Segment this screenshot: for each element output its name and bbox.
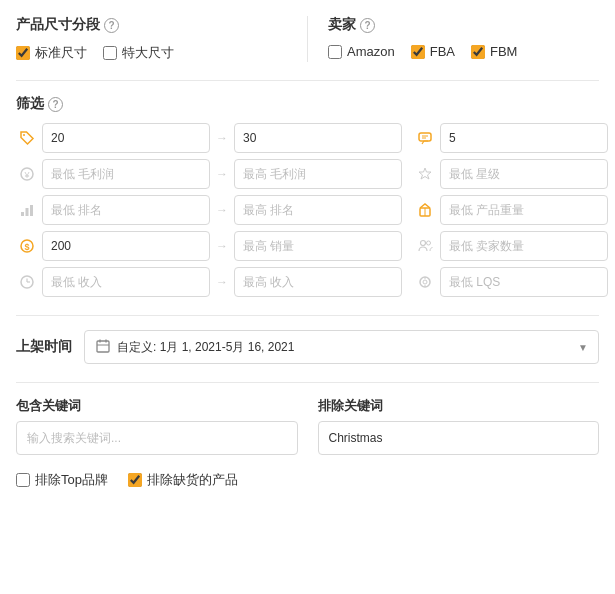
- svg-rect-4: [26, 208, 29, 216]
- svg-rect-11: [419, 133, 431, 141]
- product-size-options: 标准尺寸 特大尺寸: [16, 44, 287, 62]
- filter-help-icon[interactable]: ?: [48, 97, 63, 112]
- filter-sales-max-input[interactable]: [234, 231, 402, 261]
- filter-price-min-input[interactable]: [42, 123, 210, 153]
- price-tag-icon: [16, 130, 38, 146]
- filter-weight-min-input[interactable]: [440, 195, 608, 225]
- include-keywords-label: 包含关键词: [16, 397, 298, 415]
- clock-icon: [16, 274, 38, 290]
- filter-rank-arrow: →: [214, 203, 230, 217]
- svg-point-17: [421, 241, 426, 246]
- filter-row-lqs: →: [414, 267, 615, 297]
- filter-row-rating: →: [414, 159, 615, 189]
- divider-2: [16, 315, 599, 316]
- checkbox-oversized[interactable]: 特大尺寸: [103, 44, 174, 62]
- filter-revenue-min-input[interactable]: [42, 267, 210, 297]
- divider-3: [16, 382, 599, 383]
- filter-margin-max-input[interactable]: [234, 159, 402, 189]
- filter-rank-max-input[interactable]: [234, 195, 402, 225]
- svg-marker-14: [419, 168, 431, 179]
- people-icon: [414, 238, 436, 254]
- dollar-icon: $: [16, 238, 38, 254]
- filter-lqs-min-input[interactable]: [440, 267, 608, 297]
- filter-left-col: → ¥ →: [16, 123, 402, 297]
- filter-row-price: →: [16, 123, 402, 153]
- seller-help-icon[interactable]: ?: [360, 18, 375, 33]
- bottom-checkboxes: 排除Top品牌 排除缺货的产品: [16, 471, 599, 489]
- svg-rect-23: [97, 341, 109, 352]
- filter-reviews-min-input[interactable]: [440, 123, 608, 153]
- listing-time-label: 上架时间: [16, 338, 72, 356]
- svg-text:¥: ¥: [23, 170, 30, 180]
- product-size-title: 产品尺寸分段 ?: [16, 16, 287, 34]
- filter-margin-min-input[interactable]: [42, 159, 210, 189]
- listing-time-selector[interactable]: 自定义: 1月 1, 2021-5月 16, 2021 ▼: [84, 330, 599, 364]
- listing-time-section: 上架时间 自定义: 1月 1, 2021-5月 16, 2021 ▼: [16, 330, 599, 364]
- svg-point-0: [23, 134, 25, 136]
- product-size-help-icon[interactable]: ?: [104, 18, 119, 33]
- chat-icon: [414, 130, 436, 146]
- filter-margin-arrow: →: [214, 167, 230, 181]
- filter-row-sales: $ →: [16, 231, 402, 261]
- seller-options: Amazon FBA FBM: [328, 44, 599, 59]
- filter-revenue-arrow: →: [214, 275, 230, 289]
- product-size-section: 产品尺寸分段 ? 标准尺寸 特大尺寸 卖家 ?: [16, 16, 599, 62]
- filter-rating-min-input[interactable]: [440, 159, 608, 189]
- dropdown-arrow-icon: ▼: [578, 342, 588, 353]
- filter-price-max-input[interactable]: [234, 123, 402, 153]
- svg-point-18: [427, 241, 431, 245]
- filter-title: 筛选 ?: [16, 95, 599, 113]
- coin-icon: ¥: [16, 166, 38, 182]
- filter-row-reviews: →: [414, 123, 615, 153]
- include-keywords-input[interactable]: [16, 421, 298, 455]
- filter-rank-min-input[interactable]: [42, 195, 210, 225]
- filter-sales-min-input[interactable]: [42, 231, 210, 261]
- listing-time-value: 自定义: 1月 1, 2021-5月 16, 2021: [117, 339, 578, 356]
- checkbox-amazon[interactable]: Amazon: [328, 44, 395, 59]
- checkbox-exclude-top-brand[interactable]: 排除Top品牌: [16, 471, 108, 489]
- exclude-keywords-label: 排除关键词: [318, 397, 600, 415]
- filter-row-weight: →: [414, 195, 615, 225]
- checkbox-standard[interactable]: 标准尺寸: [16, 44, 87, 62]
- svg-point-20: [423, 280, 427, 284]
- svg-rect-3: [21, 212, 24, 216]
- checkbox-fbm[interactable]: FBM: [471, 44, 517, 59]
- checkbox-fba[interactable]: FBA: [411, 44, 455, 59]
- filter-revenue-max-input[interactable]: [234, 267, 402, 297]
- exclude-keywords-input[interactable]: [318, 421, 600, 455]
- filter-sellers-min-input[interactable]: [440, 231, 608, 261]
- svg-rect-5: [30, 205, 33, 216]
- filter-row-revenue: →: [16, 267, 402, 297]
- lqs-icon: [414, 274, 436, 290]
- seller-title: 卖家 ?: [328, 16, 599, 34]
- filter-row-rank: →: [16, 195, 402, 225]
- calendar-icon: [95, 338, 111, 357]
- box-icon: [414, 202, 436, 218]
- chart-icon: [16, 202, 38, 218]
- filter-right-col: → →: [414, 123, 615, 297]
- filter-section: 筛选 ? →: [16, 95, 599, 297]
- divider-1: [16, 80, 599, 81]
- exclude-keywords-col: 排除关键词: [318, 397, 600, 455]
- filter-sales-arrow: →: [214, 239, 230, 253]
- svg-text:$: $: [24, 242, 29, 252]
- filter-price-arrow: →: [214, 131, 230, 145]
- star-icon: [414, 166, 436, 182]
- filter-row-margin: ¥ →: [16, 159, 402, 189]
- keywords-section: 包含关键词 排除关键词: [16, 397, 599, 455]
- include-keywords-col: 包含关键词: [16, 397, 298, 455]
- checkbox-exclude-oos[interactable]: 排除缺货的产品: [128, 471, 238, 489]
- filter-row-sellers: →: [414, 231, 615, 261]
